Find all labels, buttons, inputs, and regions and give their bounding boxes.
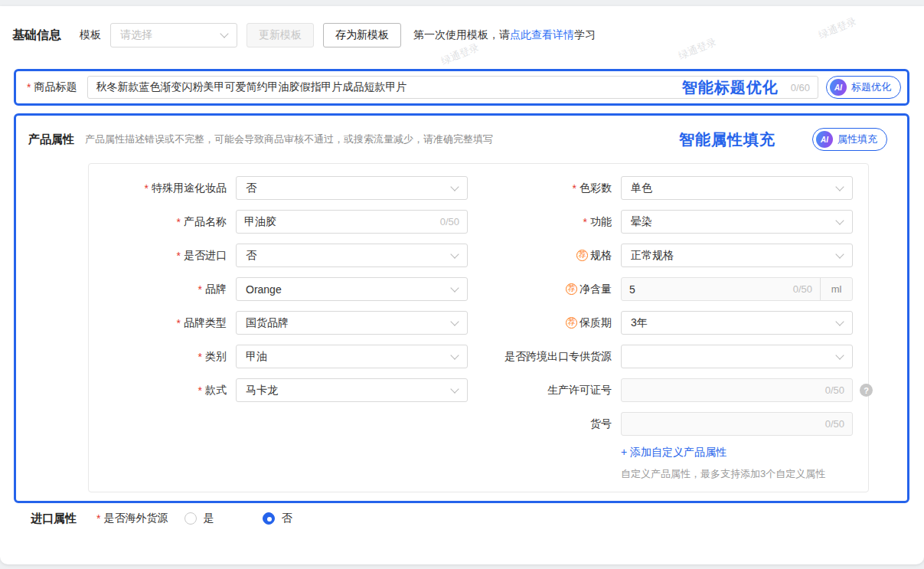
field-label-specification: 荐规格 bbox=[478, 249, 612, 263]
select-special-use-cosmetics[interactable]: 否 bbox=[236, 176, 468, 200]
product-title-section: * 商品标题 秋冬新款蓝色渐变闪粉美甲可爱简约甲油胶假指甲片成品短款甲片 智能标… bbox=[14, 69, 909, 106]
select-value: 正常规格 bbox=[631, 249, 837, 263]
overseas-source-radio-group: 是否 bbox=[168, 512, 292, 525]
attributes-header: 产品属性 产品属性描述错误或不完整，可能会导致商品审核不通过，或搜索流量减少，请… bbox=[16, 128, 907, 151]
template-label: 模板 bbox=[80, 28, 101, 42]
select-cross-border-export-supply[interactable] bbox=[621, 345, 853, 368]
chevron-down-icon bbox=[835, 250, 844, 258]
field-row-brand-type: *品牌类型国货品牌 bbox=[104, 311, 468, 335]
attributes-column-right-fields: *色彩数单色*功能晕染荐规格正常规格荐净含量50/50ml荐保质期3年是否跨境出… bbox=[478, 176, 853, 436]
basic-info-header: 基础信息 模板 请选择 更新模板 存为新模板 第一次使用模板，请点此查看详情学习 bbox=[12, 23, 596, 47]
select-specification[interactable]: 正常规格 bbox=[621, 244, 853, 267]
field-label-text: 品牌 bbox=[205, 283, 227, 296]
field-label-production-license-no: 生产许可证号 bbox=[478, 384, 612, 397]
ai-title-optimize-button[interactable]: AI 标题优化 bbox=[826, 76, 901, 99]
field-row-item-no: 货号0/50 bbox=[478, 412, 853, 436]
product-title-label-text: 商品标题 bbox=[34, 80, 77, 94]
attributes-column-left: *特殊用途化妆品否*产品名称甲油胶0/50*是否进口否*品牌Orange*品牌类… bbox=[104, 176, 468, 481]
char-counter: 0/50 bbox=[825, 418, 844, 430]
help-suffix: 学习 bbox=[574, 28, 596, 41]
select-value: 晕染 bbox=[631, 215, 837, 229]
recommended-badge-icon: 荐 bbox=[576, 250, 588, 261]
required-asterisk: * bbox=[177, 317, 181, 329]
help-prefix: 第一次使用模板，请 bbox=[413, 28, 510, 41]
required-asterisk: * bbox=[198, 351, 202, 363]
smart-title-optimize-overlay: 智能标题优化 bbox=[682, 77, 779, 98]
field-label-text: 品牌类型 bbox=[184, 316, 227, 330]
select-color-count[interactable]: 单色 bbox=[621, 176, 853, 200]
field-label-text: 款式 bbox=[205, 384, 227, 397]
product-title-input[interactable]: 秋冬新款蓝色渐变闪粉美甲可爱简约甲油胶假指甲片成品短款甲片 智能标题优化 0/6… bbox=[87, 76, 818, 99]
field-row-specification: 荐规格正常规格 bbox=[478, 244, 853, 267]
attributes-description: 产品属性描述错误或不完整，可能会导致商品审核不通过，或搜索流量减少，请准确完整填… bbox=[85, 132, 493, 146]
radio-button-icon[interactable] bbox=[184, 512, 197, 525]
chevron-down-icon bbox=[220, 29, 228, 38]
field-label-product-name: *产品名称 bbox=[104, 215, 227, 229]
field-label-shelf-life: 荐保质期 bbox=[478, 316, 612, 330]
template-select-placeholder: 请选择 bbox=[120, 28, 221, 42]
select-value: 单色 bbox=[631, 181, 837, 195]
field-label-brand-type: *品牌类型 bbox=[104, 316, 227, 330]
field-row-net-content: 荐净含量50/50ml bbox=[478, 277, 853, 301]
input-net-content[interactable]: 50/50ml bbox=[621, 277, 853, 301]
input-production-license-no[interactable]: 0/50 bbox=[621, 378, 853, 402]
template-select[interactable]: 请选择 bbox=[110, 23, 237, 47]
field-label-text: 色彩数 bbox=[580, 181, 612, 195]
select-style[interactable]: 马卡龙 bbox=[236, 378, 468, 402]
radio-button-icon[interactable] bbox=[263, 512, 275, 525]
required-asterisk: * bbox=[198, 283, 202, 296]
ai-icon: AI bbox=[830, 79, 847, 96]
select-shelf-life[interactable]: 3年 bbox=[621, 311, 853, 335]
chevron-down-icon bbox=[835, 182, 844, 191]
radio-option-0[interactable]: 是 bbox=[184, 512, 214, 525]
required-asterisk: * bbox=[198, 384, 202, 397]
chevron-down-icon bbox=[835, 317, 844, 325]
select-value: 甲油 bbox=[246, 350, 452, 364]
field-label-color-count: *色彩数 bbox=[478, 181, 612, 195]
product-title-value: 秋冬新款蓝色渐变闪粉美甲可爱简约甲油胶假指甲片成品短款甲片 bbox=[96, 80, 681, 94]
required-asterisk: * bbox=[96, 512, 100, 525]
input-item-no[interactable]: 0/50 bbox=[621, 412, 853, 436]
select-category[interactable]: 甲油 bbox=[236, 345, 468, 368]
field-row-color-count: *色彩数单色 bbox=[478, 176, 853, 200]
select-value: 否 bbox=[246, 181, 452, 195]
radio-option-label: 否 bbox=[281, 512, 292, 525]
product-attributes-section: 产品属性 产品属性描述错误或不完整，可能会导致商品审核不通过，或搜索流量减少，请… bbox=[14, 113, 909, 503]
field-row-category: *类别甲油 bbox=[104, 345, 468, 368]
field-label-special-use-cosmetics: *特殊用途化妆品 bbox=[104, 181, 227, 195]
char-counter: 0/50 bbox=[825, 384, 844, 396]
select-brand[interactable]: Orange bbox=[236, 277, 468, 301]
input-product-name[interactable]: 甲油胶0/50 bbox=[236, 210, 468, 234]
field-label-text: 净含量 bbox=[580, 283, 612, 296]
field-row-style: *款式马卡龙 bbox=[104, 378, 468, 402]
help-detail-link[interactable]: 点此查看详情 bbox=[510, 28, 574, 41]
save-as-new-template-button[interactable]: 存为新模板 bbox=[323, 23, 401, 47]
radio-option-label: 是 bbox=[203, 512, 214, 525]
field-label-net-content: 荐净含量 bbox=[478, 283, 612, 296]
field-label-cross-border-export-supply: 是否跨境出口专供货源 bbox=[478, 350, 612, 364]
required-asterisk: * bbox=[573, 182, 576, 195]
chevron-down-icon bbox=[450, 283, 459, 292]
chevron-down-icon bbox=[835, 351, 844, 359]
field-label-is-imported: *是否进口 bbox=[104, 249, 227, 263]
ai-attribute-fill-label: 属性填充 bbox=[837, 132, 877, 146]
input-value: 甲油胶 bbox=[244, 215, 434, 229]
field-label-category: *类别 bbox=[104, 350, 227, 364]
import-attributes-title: 进口属性 bbox=[31, 512, 77, 526]
add-custom-attribute-link[interactable]: + 添加自定义产品属性 bbox=[621, 446, 853, 459]
update-template-button[interactable]: 更新模板 bbox=[247, 23, 314, 47]
field-label-text: 是否跨境出口专供货源 bbox=[504, 350, 612, 364]
select-function[interactable]: 晕染 bbox=[621, 210, 853, 234]
custom-attribute-block: + 添加自定义产品属性 自定义产品属性，最多支持添加3个自定义属性 bbox=[621, 446, 853, 481]
field-row-production-license-no: 生产许可证号0/50? bbox=[478, 378, 853, 402]
unit-label: ml bbox=[820, 278, 852, 300]
radio-option-checked-1[interactable]: 否 bbox=[263, 512, 292, 525]
help-icon[interactable]: ? bbox=[860, 384, 873, 397]
field-label-function: *功能 bbox=[478, 215, 612, 229]
overseas-source-label-text: 是否海外货源 bbox=[103, 512, 168, 525]
select-is-imported[interactable]: 否 bbox=[236, 244, 468, 267]
ai-attribute-fill-button[interactable]: AI 属性填充 bbox=[812, 128, 887, 151]
required-asterisk: * bbox=[177, 250, 181, 262]
field-row-shelf-life: 荐保质期3年 bbox=[478, 311, 853, 335]
select-brand-type[interactable]: 国货品牌 bbox=[236, 311, 468, 335]
